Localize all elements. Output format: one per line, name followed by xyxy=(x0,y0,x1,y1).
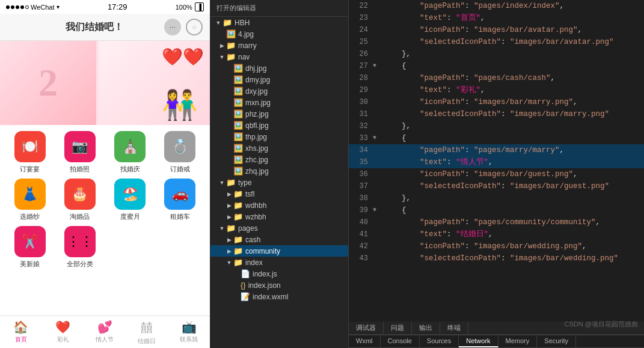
tree-folder[interactable]: ▶ 📁 wdhbh xyxy=(210,200,348,211)
token: { xyxy=(402,134,406,142)
tree-icon: 📁 xyxy=(233,246,243,255)
app-icon-item[interactable]: 🎂 淘婚品 xyxy=(57,179,102,221)
tree-arrow: ▶ xyxy=(225,203,233,209)
tree-file[interactable]: 🖼️ dxy.jpg xyxy=(210,85,348,97)
tree-icon: 🖼️ xyxy=(233,98,243,107)
indent xyxy=(384,254,420,263)
tabbar-item[interactable]: 🏠 首页 xyxy=(0,316,42,348)
tree-file[interactable]: 🖼️ zhq.jpg xyxy=(210,165,348,177)
tree-icon: 📁 xyxy=(233,201,243,210)
token: : xyxy=(501,110,510,118)
app-icon-circle: ⛪ xyxy=(114,131,146,162)
tree-icon: 📁 xyxy=(233,258,243,267)
tree-file[interactable]: 🖼️ zhc.jpg xyxy=(210,154,348,165)
app-icon-circle: ⋮⋮ xyxy=(64,226,96,257)
tree-arrow: ▶ xyxy=(225,248,233,254)
phone-tabbar: 🏠 首页 ❤️ 彩礼 💕 情人节 囍 结婚日 📺 联系我 xyxy=(0,316,210,348)
token: "结婚日" xyxy=(456,230,488,239)
tree-label: 4.jpg xyxy=(238,30,254,38)
tabbar-item[interactable]: ❤️ 彩礼 xyxy=(42,316,84,348)
tree-root[interactable]: ▼📁HBH xyxy=(210,17,348,28)
code-line: 27 ▼ { xyxy=(349,60,644,72)
header-icons: ··· ○ xyxy=(164,19,203,35)
tree-icon: 🖼️ xyxy=(233,75,243,84)
tree-file[interactable]: 🖼️ xhs.jpg xyxy=(210,142,348,154)
tree-file[interactable]: 🖼️ 4.jpg xyxy=(210,28,348,40)
code-line: 43 "selectedIconPath": "images/bar/weddi… xyxy=(349,252,644,264)
line-fold[interactable]: ▼ xyxy=(373,204,381,216)
tabbar-item[interactable]: 💕 情人节 xyxy=(84,316,126,348)
app-icons-grid: 🍽️ 订宴宴 📷 拍婚照 ⛪ 找婚庆 💍 订婚戒 👗 选婚纱 🎂 淘婚品 🏖️ … xyxy=(0,125,210,275)
code-line: 28 "pagePath": "pages/cash/cash", xyxy=(349,72,644,84)
app-icon-item[interactable]: ⛪ 找婚庆 xyxy=(108,131,153,174)
indent xyxy=(384,38,420,46)
tree-file[interactable]: 🖼️ phz.jpg xyxy=(210,108,348,120)
devtools-tab[interactable]: Network xyxy=(459,335,498,347)
token: , xyxy=(560,146,565,154)
debug-tab[interactable]: 问题 xyxy=(384,322,412,334)
app-icon-label: 美新娘 xyxy=(20,260,40,269)
indent xyxy=(384,134,402,142)
tree-folder[interactable]: ▼ 📁 type xyxy=(210,177,348,188)
app-icon-label: 全部分类 xyxy=(67,260,93,269)
tree-file[interactable]: 🖼️ mxn.jpg xyxy=(210,97,348,108)
tree-folder[interactable]: ▶ 📁 marry xyxy=(210,40,348,51)
broadcast-icon[interactable]: ○ xyxy=(186,19,203,35)
tree-file[interactable]: 🖼️ dmy.jpg xyxy=(210,74,348,85)
line-code: "selectedIconPath": "images/bar/guest.pn… xyxy=(381,180,644,192)
app-icon-item[interactable]: ✂️ 美新娘 xyxy=(7,226,52,269)
devtools-tab[interactable]: Security xyxy=(537,335,576,347)
tab-label: 彩礼 xyxy=(57,335,69,344)
status-bar: WeChat ▾ 17:29 100% ▐ xyxy=(0,0,210,14)
tree-file[interactable]: 📝 index.wxml xyxy=(210,291,348,302)
tree-folder[interactable]: ▼ 📁 pages xyxy=(210,222,348,234)
tree-file[interactable]: {} index.json xyxy=(210,279,348,291)
line-number: 24 xyxy=(349,24,373,36)
devtools-tab[interactable]: Console xyxy=(381,335,420,347)
debug-tab[interactable]: 调试器 xyxy=(349,322,384,334)
code-line: 30 "iconPath": "images/bar/marry.png", xyxy=(349,96,644,108)
tree-folder[interactable]: ▶ 📁 cash xyxy=(210,234,348,245)
tree-folder[interactable]: ▶ 📁 community xyxy=(210,245,348,257)
tree-label: pages xyxy=(238,224,258,233)
devtools-tab[interactable]: Sources xyxy=(420,335,459,347)
tree-folder[interactable]: ▼ 📁 nav xyxy=(210,51,348,63)
tree-folder[interactable]: ▼ 📁 index xyxy=(210,257,348,268)
tree-folder[interactable]: ▶ 📁 wzhbh xyxy=(210,211,348,222)
app-icon-item[interactable]: 🍽️ 订宴宴 xyxy=(7,131,52,174)
tree-arrow: ▶ xyxy=(218,43,226,49)
devtools-tab[interactable]: Wxml xyxy=(349,335,381,347)
line-fold[interactable]: ▼ xyxy=(373,132,381,144)
app-icon-item[interactable]: ⋮⋮ 全部分类 xyxy=(57,226,102,269)
line-code: "iconPath": "images/bar/marry.png", xyxy=(381,96,644,108)
tree-icon: 🖼️ xyxy=(233,109,243,118)
line-code: "pagePath": "pages/index/index", xyxy=(381,0,644,12)
app-icon-item[interactable]: 🚗 租婚车 xyxy=(158,179,203,221)
line-fold[interactable]: ▼ xyxy=(373,60,381,72)
tabbar-item[interactable]: 📺 联系我 xyxy=(168,316,210,348)
line-code: }, xyxy=(381,48,644,60)
debug-tab[interactable]: 输出 xyxy=(412,322,440,334)
tree-file[interactable]: 🖼️ qbfl.jpg xyxy=(210,120,348,131)
debug-tab[interactable]: 终端 xyxy=(440,322,468,334)
app-icon-item[interactable]: 🏖️ 度蜜月 xyxy=(108,179,153,221)
line-number: 23 xyxy=(349,12,373,24)
line-number: 34 xyxy=(349,144,373,156)
tree-folder[interactable]: ▶ 📁 tsfl xyxy=(210,188,348,200)
tree-label: mxn.jpg xyxy=(245,99,271,107)
app-icon-item[interactable]: 📷 拍婚照 xyxy=(57,131,102,174)
tabbar-item[interactable]: 囍 结婚日 xyxy=(126,316,168,348)
menu-icon[interactable]: ··· xyxy=(164,19,181,35)
line-code: "selectedIconPath": "images/bar/marry.pn… xyxy=(381,108,644,120)
app-icon-item[interactable]: 👗 选婚纱 xyxy=(7,179,52,221)
token: "text" xyxy=(420,86,447,94)
app-icon-item[interactable]: 💍 订婚戒 xyxy=(158,131,203,174)
devtools-tab[interactable]: Memory xyxy=(498,335,538,347)
tree-file[interactable]: 🖼️ thp.jpg xyxy=(210,131,348,142)
tree-file[interactable]: 📄 index.js xyxy=(210,268,348,279)
token: "selectedIconPath" xyxy=(420,254,501,263)
app-icon-circle: 🚗 xyxy=(164,179,195,210)
tree-file[interactable]: 🖼️ dhj.jpg xyxy=(210,63,348,74)
line-number: 25 xyxy=(349,36,373,48)
token: "images/bar/avatar.png" xyxy=(474,26,578,34)
